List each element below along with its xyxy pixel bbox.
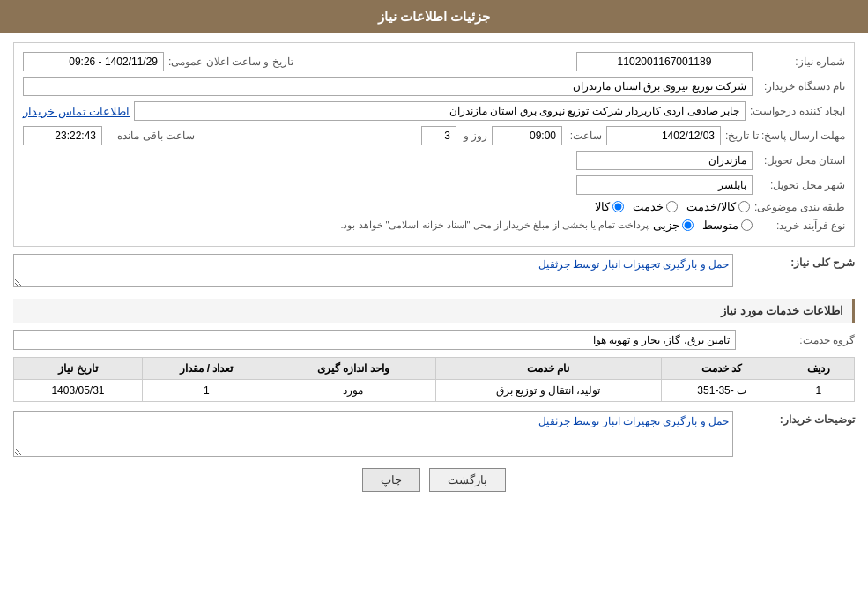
general-desc-textarea[interactable]	[13, 254, 733, 287]
cell-date: 1403/05/31	[14, 380, 143, 402]
page-title: جزئیات اطلاعات نیاز	[378, 9, 490, 24]
col-date: تاریخ نیاز	[14, 358, 143, 380]
service-group-input[interactable]	[13, 330, 736, 350]
general-desc-row: شرح کلی نیاز:	[13, 254, 855, 290]
back-button[interactable]: بازگشت	[429, 468, 506, 492]
col-row-num: ردیف	[783, 358, 854, 380]
need-number-input[interactable]	[576, 52, 753, 71]
general-desc-label: شرح کلی نیاز:	[740, 254, 855, 269]
announcement-datetime-input[interactable]	[23, 52, 164, 71]
service-group-label: گروه خدمت:	[740, 334, 855, 346]
response-time-label: ساعت:	[567, 130, 602, 142]
print-button[interactable]: چاپ	[362, 468, 420, 492]
row-province: استان محل تحویل:	[23, 151, 845, 170]
row-requester: ایجاد کننده درخواست: اطلاعات تماس خریدار	[23, 101, 845, 121]
purchase-type-label: نوع فرآیند خرید:	[757, 219, 845, 232]
col-service-name: نام خدمت	[435, 358, 661, 380]
buyer-desc-block: توضیحات خریدار:	[13, 411, 855, 459]
city-input[interactable]	[576, 175, 753, 195]
cell-service-code: ت -35-351	[661, 380, 783, 402]
general-desc-content	[13, 254, 733, 290]
general-desc-block: شرح کلی نیاز:	[13, 254, 855, 290]
cell-service-name: تولید، انتقال و توزیع برق	[435, 380, 661, 402]
radio-jozi-label: جزیی	[653, 219, 679, 232]
buyer-desc-textarea[interactable]	[13, 411, 733, 457]
services-section-header: اطلاعات خدمات مورد نیاز	[13, 299, 855, 323]
col-service-code: کد خدمت	[661, 358, 783, 380]
deadline-label: مهلت ارسال پاسخ: تا تاریخ:	[725, 130, 845, 142]
requester-input[interactable]	[134, 101, 746, 121]
requester-label: ایجاد کننده درخواست:	[750, 105, 845, 117]
col-quantity: تعداد / مقدار	[142, 358, 271, 380]
row-service-group: گروه خدمت:	[13, 330, 855, 350]
buyer-org-label: نام دستگاه خریدار:	[757, 80, 845, 93]
col-unit: واحد اندازه گیری	[271, 358, 435, 380]
remaining-label: ساعت باقی مانده	[107, 130, 195, 142]
purchase-type-group: متوسط جزیی	[653, 219, 753, 232]
need-number-label: شماره نیاز:	[757, 56, 845, 68]
buyer-desc-row: توضیحات خریدار:	[13, 411, 855, 459]
radio-kala-khedmat-label: کالا/خدمت	[686, 200, 736, 213]
page-header: جزئیات اطلاعات نیاز	[0, 0, 868, 33]
radio-khedmat-label: خدمت	[633, 200, 664, 213]
radio-khedmat[interactable]: خدمت	[633, 200, 678, 213]
province-input[interactable]	[576, 151, 753, 170]
row-deadline: مهلت ارسال پاسخ: تا تاریخ: ساعت: روز و س…	[23, 126, 845, 145]
response-date-input[interactable]	[606, 126, 721, 145]
classification-label: طبقه بندی موضوعی:	[754, 201, 845, 213]
radio-kala-khedmat[interactable]: کالا/خدمت	[686, 200, 750, 213]
cell-quantity: 1	[142, 380, 271, 402]
radio-motavaset-label: متوسط	[702, 219, 738, 232]
page-wrapper: جزئیات اطلاعات نیاز شماره نیاز: تاریخ و …	[0, 0, 868, 609]
cell-row-num: 1	[783, 380, 854, 402]
response-day-label: روز و	[461, 130, 487, 142]
radio-jozi-input[interactable]	[682, 219, 694, 231]
city-label: شهر محل تحویل:	[757, 179, 845, 191]
radio-khedmat-input[interactable]	[666, 201, 678, 212]
row-purchase-type: نوع فرآیند خرید: متوسط جزیی پرداخت تمام …	[23, 219, 845, 232]
row-city: شهر محل تحویل:	[23, 175, 845, 195]
classification-radio-group: کالا/خدمت خدمت کالا	[595, 200, 750, 213]
province-label: استان محل تحویل:	[757, 154, 845, 167]
buyer-org-input[interactable]	[23, 77, 753, 96]
info-section: شماره نیاز: تاریخ و ساعت اعلان عمومی: نا…	[13, 42, 855, 247]
radio-kala-khedmat-input[interactable]	[738, 201, 750, 212]
button-row: بازگشت چاپ	[13, 468, 855, 492]
buyer-desc-label: توضیحات خریدار:	[740, 411, 855, 426]
contact-link[interactable]: اطلاعات تماس خریدار	[23, 105, 130, 118]
main-content: شماره نیاز: تاریخ و ساعت اعلان عمومی: نا…	[0, 33, 868, 509]
radio-motavaset[interactable]: متوسط	[702, 219, 753, 232]
remaining-time-input[interactable]	[23, 126, 102, 145]
cell-unit: مورد	[271, 380, 435, 402]
radio-kala-input[interactable]	[612, 201, 624, 212]
radio-motavaset-input[interactable]	[741, 219, 753, 231]
buyer-desc-content	[13, 411, 733, 459]
response-day-input[interactable]	[421, 126, 456, 145]
purchase-note: پرداخت تمام یا بخشی از مبلغ خریدار از مح…	[340, 219, 649, 231]
radio-kala-label: کالا	[595, 200, 610, 213]
services-table: ردیف کد خدمت نام خدمت واحد اندازه گیری ت…	[13, 357, 855, 402]
announcement-label: تاریخ و ساعت اعلان عمومی:	[168, 56, 293, 68]
services-title: اطلاعات خدمات مورد نیاز	[721, 304, 843, 317]
radio-jozi[interactable]: جزیی	[653, 219, 694, 232]
response-time-input[interactable]	[492, 126, 562, 145]
row-classification: طبقه بندی موضوعی: کالا/خدمت خدمت کالا	[23, 200, 845, 213]
row-need-number: شماره نیاز: تاریخ و ساعت اعلان عمومی:	[23, 52, 845, 71]
radio-kala[interactable]: کالا	[595, 200, 624, 213]
row-buyer-org: نام دستگاه خریدار:	[23, 77, 845, 96]
table-row: 1 ت -35-351 تولید، انتقال و توزیع برق مو…	[14, 380, 855, 402]
